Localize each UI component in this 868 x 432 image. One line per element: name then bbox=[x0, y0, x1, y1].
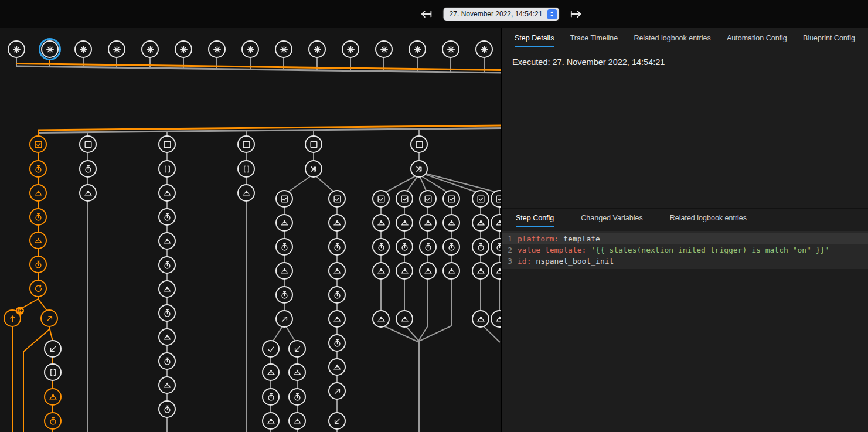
graph-node-timer[interactable] bbox=[275, 286, 293, 304]
graph-node-service[interactable] bbox=[396, 262, 413, 280]
graph-node-checkbox-marked[interactable] bbox=[275, 190, 293, 208]
graph-node-checkbox-marked[interactable] bbox=[472, 190, 489, 208]
graph-node-service[interactable] bbox=[79, 184, 97, 202]
graph-node-service[interactable] bbox=[44, 388, 62, 406]
graph-node-brackets[interactable] bbox=[237, 160, 255, 178]
graph-node-service[interactable] bbox=[237, 184, 255, 202]
graph-node-timer[interactable] bbox=[158, 256, 176, 274]
trigger-node-asterisk[interactable] bbox=[74, 40, 92, 58]
graph-node-check[interactable] bbox=[262, 340, 280, 358]
trigger-node-asterisk[interactable] bbox=[342, 40, 359, 58]
graph-node-service[interactable] bbox=[158, 184, 176, 202]
graph-node-checkbox-marked[interactable] bbox=[419, 190, 437, 208]
graph-node-timer[interactable] bbox=[472, 238, 489, 256]
graph-node-service[interactable] bbox=[442, 214, 460, 232]
graph-node-timer[interactable] bbox=[396, 238, 413, 256]
graph-node-timer[interactable] bbox=[29, 256, 47, 273]
graph-node-service[interactable] bbox=[372, 310, 390, 328]
graph-node-arrow-sw[interactable] bbox=[328, 412, 346, 430]
tab-related-logbook-entries[interactable]: Related logbook entries bbox=[670, 209, 747, 227]
graph-node-arrow-ne[interactable] bbox=[328, 382, 346, 400]
trigger-node-asterisk[interactable] bbox=[108, 40, 125, 58]
graph-node-service[interactable] bbox=[328, 310, 346, 328]
trigger-node-asterisk[interactable] bbox=[41, 40, 59, 58]
graph-node-service[interactable] bbox=[158, 376, 176, 394]
graph-node-service[interactable] bbox=[442, 262, 460, 280]
graph-node-timer[interactable] bbox=[288, 388, 306, 406]
graph-node-service[interactable] bbox=[372, 214, 390, 232]
graph-node-service[interactable] bbox=[288, 363, 306, 381]
graph-node-brackets[interactable] bbox=[44, 363, 62, 381]
tab-blueprint-config[interactable]: Blueprint Config bbox=[803, 28, 855, 47]
graph-node-checkbox-blank[interactable] bbox=[410, 135, 428, 153]
graph-node-timer[interactable] bbox=[79, 160, 97, 178]
code-editor[interactable]: 1platform: template2value_template: '{{ … bbox=[502, 231, 868, 269]
graph-node-service[interactable] bbox=[472, 262, 489, 280]
previous-run-button[interactable] bbox=[419, 6, 434, 22]
graph-node-checkbox-blank[interactable] bbox=[158, 135, 176, 153]
trigger-node-asterisk[interactable] bbox=[208, 40, 226, 58]
graph-node-checkbox-marked[interactable] bbox=[442, 190, 460, 208]
trigger-node-asterisk[interactable] bbox=[141, 40, 159, 58]
graph-node-checkbox-marked[interactable] bbox=[328, 190, 346, 208]
graph-node-service[interactable] bbox=[262, 412, 280, 430]
graph-node-service[interactable] bbox=[491, 214, 501, 232]
graph-node-choose[interactable] bbox=[410, 160, 428, 178]
graph-node-timer[interactable] bbox=[275, 238, 293, 256]
graph-node-service[interactable] bbox=[491, 310, 501, 328]
graph-node-arrow-ne[interactable] bbox=[40, 309, 58, 327]
graph-node-timer[interactable] bbox=[29, 208, 47, 226]
graph-node-checkbox-marked[interactable] bbox=[396, 190, 413, 208]
tab-automation-config[interactable]: Automation Config bbox=[727, 28, 787, 47]
trigger-node-asterisk[interactable] bbox=[275, 40, 292, 58]
graph-node-checkbox-marked[interactable] bbox=[491, 190, 501, 208]
graph-node-service[interactable] bbox=[419, 262, 437, 280]
graph-node-service[interactable] bbox=[396, 310, 413, 328]
graph-node-timer[interactable] bbox=[328, 286, 346, 304]
graph-node-arrow-ne[interactable] bbox=[275, 310, 293, 328]
graph-node-service[interactable] bbox=[158, 232, 176, 250]
trigger-node-asterisk[interactable] bbox=[475, 40, 493, 58]
trigger-node-asterisk[interactable] bbox=[409, 40, 426, 58]
graph-node-service[interactable] bbox=[419, 214, 437, 232]
trigger-node-asterisk[interactable] bbox=[308, 40, 326, 58]
tab-related-logbook-entries[interactable]: Related logbook entries bbox=[634, 28, 710, 47]
graph-node-timer[interactable] bbox=[491, 238, 501, 256]
graph-node-checkbox-marked[interactable] bbox=[372, 190, 390, 208]
trigger-node-asterisk[interactable] bbox=[8, 40, 25, 58]
graph-node-arrow-up[interactable]: 9+ bbox=[4, 309, 21, 327]
tab-trace-timeline[interactable]: Trace Timeline bbox=[570, 28, 618, 47]
next-run-button[interactable] bbox=[568, 6, 583, 22]
graph-node-arrow-sw[interactable] bbox=[44, 340, 62, 358]
graph-node-timer[interactable] bbox=[328, 238, 346, 256]
graph-node-service[interactable] bbox=[472, 214, 489, 232]
graph-node-timer[interactable] bbox=[44, 412, 62, 430]
graph-node-checkbox-blank[interactable] bbox=[79, 135, 97, 153]
graph-node-service[interactable] bbox=[328, 214, 346, 232]
graph-node-timer[interactable] bbox=[158, 352, 176, 370]
graph-node-service[interactable] bbox=[491, 262, 501, 280]
graph-node-timer[interactable] bbox=[29, 160, 47, 178]
tab-step-config[interactable]: Step Config bbox=[516, 209, 554, 227]
graph-node-timer[interactable] bbox=[158, 304, 176, 322]
graph-node-timer[interactable] bbox=[262, 388, 280, 406]
run-selector[interactable]: 27. November 2022, 14:54:21 bbox=[444, 8, 559, 21]
tab-step-details[interactable]: Step Details bbox=[515, 28, 554, 47]
graph-node-timer[interactable] bbox=[158, 400, 176, 418]
graph-node-timer[interactable] bbox=[372, 238, 390, 256]
graph-node-choose[interactable] bbox=[305, 160, 322, 178]
trigger-node-asterisk[interactable] bbox=[241, 40, 259, 58]
graph-node-service[interactable] bbox=[275, 214, 293, 232]
graph-node-checkbox-blank[interactable] bbox=[237, 135, 255, 153]
graph-node-checkbox-marked[interactable] bbox=[29, 135, 47, 153]
graph-node-checkbox-blank[interactable] bbox=[305, 135, 322, 153]
graph-node-service[interactable] bbox=[275, 262, 293, 280]
tab-changed-variables[interactable]: Changed Variables bbox=[581, 209, 642, 227]
graph-node-timer[interactable] bbox=[328, 334, 346, 352]
graph-node-service[interactable] bbox=[472, 310, 489, 328]
trigger-node-asterisk[interactable] bbox=[375, 40, 393, 58]
graph-node-brackets[interactable] bbox=[158, 160, 176, 178]
graph-node-service[interactable] bbox=[158, 328, 176, 346]
graph-node-service[interactable] bbox=[396, 214, 413, 232]
graph-node-service[interactable] bbox=[372, 262, 390, 280]
